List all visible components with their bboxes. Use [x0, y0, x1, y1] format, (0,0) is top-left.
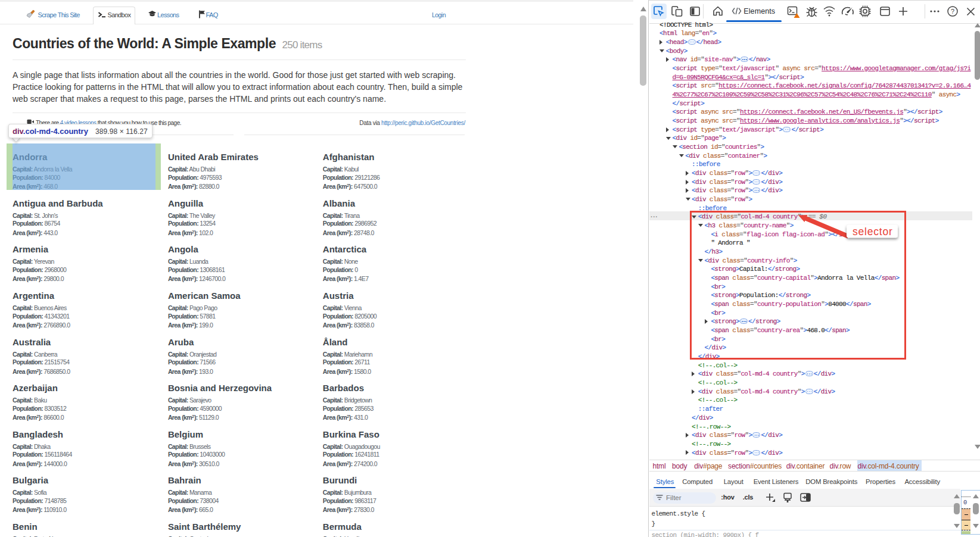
svg-text:selector: selector [853, 226, 893, 238]
